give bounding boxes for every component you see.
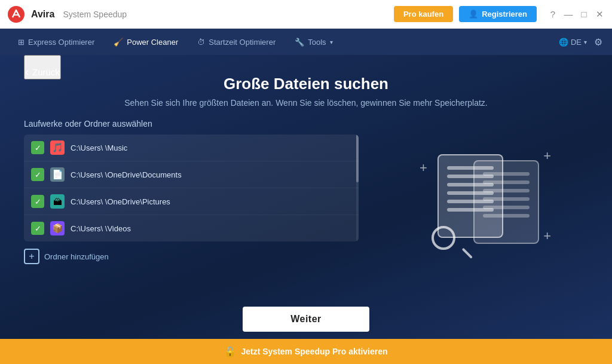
- page-title: Große Dateien suchen: [24, 75, 588, 93]
- vids-folder-icon: 📦: [50, 221, 65, 235]
- nav-express-label: Express Optimierer: [28, 38, 94, 47]
- check-icon: ✓: [31, 168, 44, 181]
- folder-path: C:\Users\ \OneDrive\Documents: [71, 170, 351, 179]
- large-files-illustration: + + +: [432, 154, 539, 262]
- illustration-panel: + + +: [382, 119, 588, 297]
- nav-power-cleaner[interactable]: 🧹 Power Cleaner: [105, 34, 186, 50]
- globe-icon: 🌐: [559, 38, 568, 47]
- user-icon: 👤: [469, 10, 478, 19]
- section-label: Laufwerke oder Ordner auswählen: [24, 119, 359, 129]
- left-panel: Laufwerke oder Ordner auswählen ✓ 🎵 C:\U…: [24, 119, 359, 297]
- video-icon: 📦: [52, 223, 63, 234]
- clock-icon: ⏱: [197, 38, 205, 47]
- pics-folder-icon: 🏔: [50, 194, 65, 209]
- bottom-banner[interactable]: 🔓 Jetzt System Speedup Pro aktivieren: [0, 339, 612, 364]
- brush-icon: 🧹: [114, 38, 123, 47]
- nav-tools[interactable]: 🔧 Tools ▾: [286, 34, 341, 50]
- app-subtitle: System Speedup: [63, 10, 127, 19]
- nav-power-label: Power Cleaner: [127, 38, 178, 47]
- magnify-icon: [432, 226, 467, 262]
- minimize-button[interactable]: —: [563, 9, 574, 20]
- check-icon: ✓: [31, 222, 44, 235]
- app-name: Avira: [31, 9, 54, 20]
- content-area: Laufwerke oder Ordner auswählen ✓ 🎵 C:\U…: [24, 119, 588, 297]
- weiter-button[interactable]: Weiter: [243, 307, 369, 332]
- language-selector[interactable]: 🌐 DE ▾: [559, 38, 587, 47]
- navbar: ⊞ Express Optimierer 🧹 Power Cleaner ⏱ S…: [0, 29, 612, 55]
- check-icon: ✓: [31, 141, 44, 154]
- folder-path: C:\Users\ \OneDrive\Pictures: [71, 197, 351, 206]
- folder-item[interactable]: ✓ 📦 C:\Users\ \Videos: [24, 215, 359, 241]
- lang-label: DE: [571, 38, 582, 47]
- folder-item[interactable]: ✓ 🏔 C:\Users\ \OneDrive\Pictures: [24, 188, 359, 215]
- check-icon: ✓: [31, 195, 44, 208]
- nav-startzeit[interactable]: ⏱ Startzeit Optimierer: [189, 34, 284, 50]
- nav-startzeit-label: Startzeit Optimierer: [209, 38, 276, 47]
- plus-decoration-tr: +: [543, 148, 551, 164]
- settings-gear-icon[interactable]: ⚙: [594, 36, 602, 48]
- music-icon: 🎵: [52, 142, 63, 153]
- help-button[interactable]: ?: [547, 9, 558, 20]
- lang-chevron-icon: ▾: [584, 39, 587, 45]
- register-label: Registrieren: [482, 10, 527, 19]
- picture-icon: 🏔: [53, 197, 62, 207]
- banner-label: Jetzt System Speedup Pro aktivieren: [241, 347, 387, 356]
- plus-decoration-tl: +: [420, 160, 427, 176]
- weiter-button-wrap: Weiter: [24, 307, 588, 332]
- chevron-down-icon: ▾: [330, 39, 333, 45]
- window-controls: ? — □ ✕: [547, 9, 605, 20]
- add-folder-icon: +: [24, 249, 39, 264]
- maximize-button[interactable]: □: [579, 9, 589, 20]
- docs-folder-icon: 📄: [50, 167, 65, 182]
- page-subtitle: Sehen Sie sich Ihre größten Dateien an. …: [24, 97, 588, 109]
- folder-list: ✓ 🎵 C:\Users\ \Music ✓ 📄 C:\Users\ \OneD…: [24, 134, 359, 241]
- folder-item[interactable]: ✓ 📄 C:\Users\ \OneDrive\Documents: [24, 161, 359, 188]
- tools-icon: 🔧: [295, 38, 304, 47]
- plus-decoration-br: +: [543, 228, 551, 244]
- music-folder-icon: 🎵: [50, 140, 65, 155]
- add-folder-button[interactable]: + Ordner hinzufügen: [24, 249, 359, 264]
- add-folder-label: Ordner hinzufügen: [44, 252, 109, 261]
- page-header: Große Dateien suchen Sehen Sie sich Ihre…: [24, 75, 588, 109]
- folder-item[interactable]: ✓ 🎵 C:\Users\ \Music: [24, 134, 359, 161]
- folder-path: C:\Users\ \Music: [71, 143, 351, 152]
- nav-tools-label: Tools: [308, 38, 326, 47]
- main-content: ‹ Zurück Große Dateien suchen Sehen Sie …: [0, 55, 612, 339]
- lock-icon: 🔓: [224, 346, 236, 357]
- folder-path: C:\Users\ \Videos: [71, 224, 351, 233]
- titlebar: Avira System Speedup Pro kaufen 👤 Regist…: [0, 0, 612, 29]
- document-icon: 📄: [52, 169, 63, 180]
- magnify-handle: [462, 248, 473, 259]
- magnify-circle: [432, 226, 455, 250]
- pro-kaufen-button[interactable]: Pro kaufen: [394, 6, 453, 22]
- nav-express[interactable]: ⊞ Express Optimierer: [10, 34, 103, 50]
- avira-logo-icon: [7, 5, 25, 23]
- document-front-icon: [437, 154, 503, 238]
- register-button[interactable]: 👤 Registrieren: [459, 6, 537, 22]
- close-button[interactable]: ✕: [594, 9, 605, 20]
- scrollbar-thumb[interactable]: [356, 134, 359, 182]
- grid-icon: ⊞: [18, 38, 25, 47]
